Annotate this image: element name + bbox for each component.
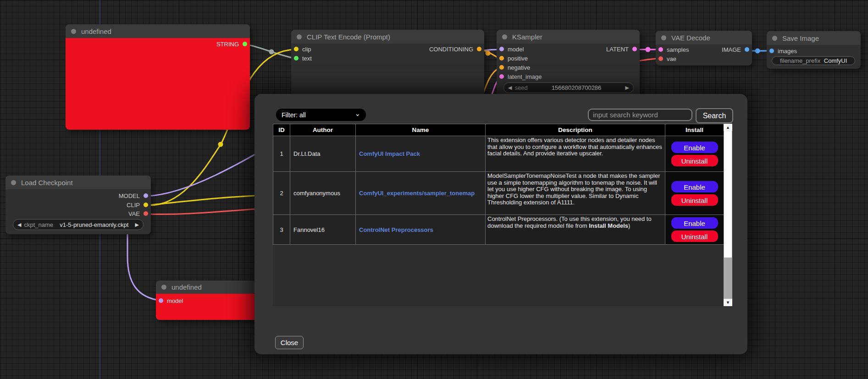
col-header-name: Name <box>356 124 486 136</box>
node-title: VAE Decode <box>671 34 710 42</box>
filter-dropdown[interactable]: Filter: all ⌄ <box>276 109 366 121</box>
port-dot[interactable] <box>632 47 637 51</box>
node-body: MODEL CLIP VAE ◀ ckpt_name v1-5-pruned-e… <box>6 189 151 234</box>
description-text: This extension offers various detector n… <box>487 137 662 157</box>
node-vae-decode[interactable]: VAE Decode samples vae IMAGE <box>656 31 752 66</box>
port-dot[interactable] <box>658 47 663 52</box>
node-save-image[interactable]: Save Image images filename_prefix ComfyU… <box>767 31 861 69</box>
seed-widget[interactable]: ◀ seed 156680208700286 ▶ <box>503 82 634 93</box>
output-port-vae[interactable]: VAE <box>128 209 148 218</box>
enable-button[interactable]: Enable <box>671 181 718 192</box>
node-body: clip text CONDITIONING <box>291 44 484 99</box>
port-dot[interactable] <box>294 56 299 60</box>
node-title-bar[interactable]: Save Image <box>767 31 861 45</box>
node-title: undefined <box>171 283 202 291</box>
decrement-arrow-icon[interactable]: ◀ <box>508 85 512 91</box>
wire-string-to-text[interactable] <box>247 44 296 59</box>
increment-arrow-icon[interactable]: ▶ <box>625 85 629 91</box>
output-port-image[interactable]: IMAGE <box>722 45 749 54</box>
extension-link[interactable]: ControlNet Preprocessors <box>359 226 433 233</box>
extension-link[interactable]: ComfyUI Impact Pack <box>359 150 420 157</box>
node-collapse-dot[interactable] <box>71 29 76 34</box>
port-dot[interactable] <box>769 49 774 53</box>
node-title-bar[interactable]: KSampler <box>497 30 640 44</box>
input-port-clip[interactable]: clip <box>294 45 311 53</box>
node-collapse-dot[interactable] <box>772 36 777 41</box>
input-port-model[interactable]: model <box>159 297 183 305</box>
output-port-latent[interactable]: LATENT <box>606 45 637 53</box>
close-button[interactable]: Close <box>275 336 304 349</box>
wire-clip-to-hidden[interactable] <box>147 195 264 205</box>
port-dot[interactable] <box>144 203 148 207</box>
port-dot[interactable] <box>243 42 247 46</box>
enable-button[interactable]: Enable <box>671 217 718 229</box>
cell-description: ModelSamplerTonemapNoiseTest a node that… <box>486 172 665 215</box>
node-undefined-top[interactable]: undefined STRING <box>66 24 250 130</box>
node-collapse-dot[interactable] <box>297 34 302 39</box>
port-dot[interactable] <box>499 65 504 70</box>
wire-midpoint-dot <box>218 142 223 147</box>
port-dot[interactable] <box>499 74 504 79</box>
wire-midpoint-dot <box>646 47 651 52</box>
input-port-model[interactable]: model <box>499 45 524 53</box>
widget-label: seed <box>514 84 527 91</box>
port-dot[interactable] <box>499 56 504 60</box>
node-clip-text-encode[interactable]: CLIP Text Encode (Prompt) clip text COND… <box>291 30 484 99</box>
input-port-negative[interactable]: negative <box>499 63 530 71</box>
port-label: model <box>167 297 183 304</box>
node-ksampler[interactable]: KSampler model positive negative latent_… <box>497 30 640 99</box>
search-input[interactable] <box>588 109 692 121</box>
uninstall-button[interactable]: Uninstall <box>671 231 718 242</box>
filename-prefix-widget[interactable]: filename_prefix ComfyUI <box>772 56 855 65</box>
output-port-string[interactable]: STRING <box>216 40 247 48</box>
node-title-bar[interactable]: VAE Decode <box>656 31 752 44</box>
table-scrollbar[interactable]: ▲ ▼ <box>724 124 732 306</box>
extension-link[interactable]: ComfyUI_experiments/sampler_tonemap <box>359 190 475 197</box>
node-title: undefined <box>81 27 111 35</box>
node-collapse-dot[interactable] <box>502 34 507 39</box>
port-dot[interactable] <box>144 193 148 198</box>
port-dot[interactable] <box>658 56 663 61</box>
search-button[interactable]: Search <box>696 108 733 123</box>
scrollbar-thumb[interactable] <box>724 131 732 258</box>
wire-vae-left[interactable] <box>147 209 264 214</box>
widget-label: ckpt_name <box>24 221 53 228</box>
scroll-up-icon[interactable]: ▲ <box>724 124 732 131</box>
port-dot[interactable] <box>499 47 504 51</box>
node-load-checkpoint[interactable]: Load Checkpoint MODEL CLIP VAE ◀ ckpt_na… <box>6 176 151 234</box>
extension-manager-dialog: Filter: all ⌄ Search ID Author Name Desc… <box>254 94 747 354</box>
port-dot[interactable] <box>745 47 749 52</box>
input-port-images[interactable]: images <box>769 47 797 55</box>
input-port-vae[interactable]: vae <box>658 55 676 63</box>
uninstall-button[interactable]: Uninstall <box>671 155 718 166</box>
node-title-bar[interactable]: CLIP Text Encode (Prompt) <box>291 30 484 44</box>
enable-button[interactable]: Enable <box>671 142 718 153</box>
uninstall-button[interactable]: Uninstall <box>671 194 718 206</box>
input-port-latent-image[interactable]: latent_image <box>499 72 542 81</box>
node-title-bar[interactable]: undefined <box>66 24 250 38</box>
node-collapse-dot[interactable] <box>11 180 16 185</box>
decrement-arrow-icon[interactable]: ◀ <box>17 222 21 228</box>
increment-arrow-icon[interactable]: ▶ <box>135 222 139 228</box>
output-port-clip[interactable]: CLIP <box>127 201 148 209</box>
port-label: images <box>778 48 797 55</box>
port-label: vae <box>667 55 676 62</box>
output-port-model[interactable]: MODEL <box>119 192 148 200</box>
node-title: Load Checkpoint <box>21 179 73 187</box>
filter-value: Filter: all <box>282 111 306 119</box>
node-title-bar[interactable]: Load Checkpoint <box>6 176 151 189</box>
node-collapse-dot[interactable] <box>661 35 666 40</box>
input-port-positive[interactable]: positive <box>499 54 528 62</box>
wire-midpoint-dot <box>269 49 274 55</box>
node-collapse-dot[interactable] <box>161 285 166 290</box>
input-port-samples[interactable]: samples <box>658 45 689 54</box>
output-port-conditioning[interactable]: CONDITIONING <box>429 45 481 53</box>
ckpt-name-widget[interactable]: ◀ ckpt_name v1-5-pruned-emaonly.ckpt ▶ <box>13 219 144 230</box>
input-port-text[interactable]: text <box>294 54 312 62</box>
port-dot[interactable] <box>159 298 163 303</box>
port-dot[interactable] <box>144 211 148 216</box>
port-dot[interactable] <box>477 47 481 51</box>
scroll-down-icon[interactable]: ▼ <box>724 299 732 306</box>
port-dot[interactable] <box>294 47 299 51</box>
description-bold-text: Install Models <box>589 222 628 229</box>
